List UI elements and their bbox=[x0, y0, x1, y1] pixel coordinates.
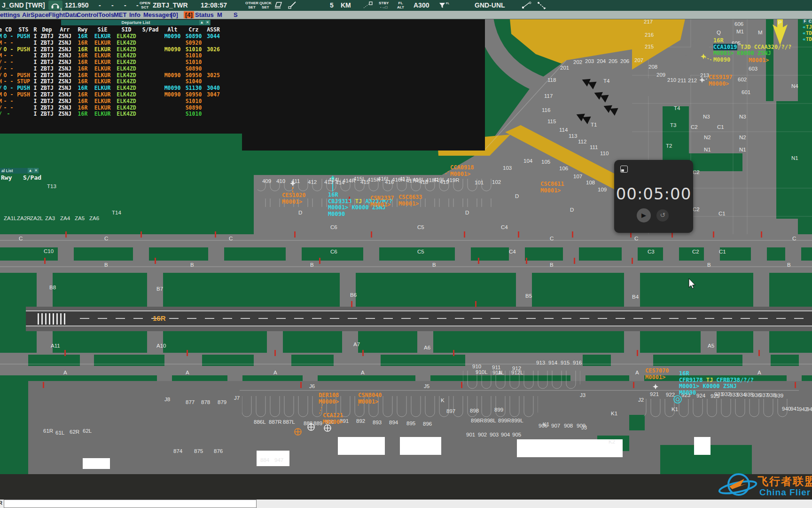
departure-row[interactable]: 8/O -PUSHIZBTJZSNJ16RELKURELK4ZDM0090S11… bbox=[0, 85, 223, 91]
departure-list-window[interactable]: Departure List ▲ ✕ eCDSTSRDepArrRwySiESI… bbox=[0, 19, 230, 136]
vector-tool-icon[interactable] bbox=[537, 1, 549, 9]
map-label: A6 bbox=[424, 345, 430, 350]
arrival-list-titlebar[interactable]: al List ▲ ✕ bbox=[0, 168, 39, 174]
aircraft-label[interactable]: CCA0918M0001> bbox=[450, 165, 474, 177]
headset-button[interactable]: 1 bbox=[48, 0, 62, 10]
map-label: B5 bbox=[525, 293, 532, 299]
aircraft-label[interactable]: CES7070M0001> bbox=[645, 368, 669, 381]
cell-sts: PUSH bbox=[15, 33, 32, 40]
aircraft-label[interactable]: DER108M0000> bbox=[319, 392, 339, 405]
close-icon[interactable]: ✕ bbox=[205, 20, 210, 25]
aircraft-label-segment: CSC8633 bbox=[398, 194, 422, 200]
departure-row[interactable]: 1/- -IZBTJZSNJ16RELKURELK4ZDS0890 bbox=[0, 65, 223, 72]
menu-item-Info[interactable]: Info bbox=[129, 11, 141, 18]
map-label: 107 bbox=[573, 174, 582, 179]
range-value[interactable]: 5 bbox=[330, 1, 334, 9]
fca-row[interactable]: «TDT bbox=[803, 30, 812, 36]
aircraft-label[interactable]: CSN2337M0001> bbox=[370, 195, 394, 208]
pencil-icon[interactable] bbox=[288, 1, 298, 9]
cell-r: I bbox=[32, 91, 39, 98]
departure-row[interactable]: MO -PUSHIZBTJZSNJ16RELKURELK4ZDM0090S095… bbox=[0, 91, 223, 98]
departure-row[interactable]: M- -IZBTJZSNJ16RELKURELK4ZDS1010 bbox=[0, 98, 223, 104]
pip-icon[interactable] bbox=[620, 166, 628, 173]
aircraft-label[interactable]: CSN8040M0001> bbox=[358, 392, 382, 405]
freq-slot-1[interactable]: - bbox=[99, 1, 101, 9]
close-icon[interactable]: ✕ bbox=[33, 168, 39, 173]
cell-dep: ZBTJ bbox=[39, 91, 55, 98]
command-input[interactable] bbox=[4, 500, 257, 508]
menu-item-Status[interactable]: Status bbox=[195, 11, 214, 18]
menu-item-ControlTools[interactable]: ControlTools bbox=[77, 11, 114, 18]
departure-list-header: eCDSTSRDepArrRwySiESIDS/PadAltCrzASSR bbox=[0, 26, 223, 33]
aircraft-label[interactable]: 16RCFR9178 TJ CFRB738/?/?M0001> K0000 ZS… bbox=[679, 371, 754, 396]
altitude-filter-icon[interactable]: FL bbox=[438, 1, 452, 9]
cell-r: I bbox=[32, 52, 39, 59]
cell-rwy: 16R bbox=[74, 40, 91, 46]
cell-crz: S1130 bbox=[183, 85, 204, 91]
aircraft-label[interactable]: CES9197M0000> bbox=[709, 74, 733, 87]
measure-icon[interactable] bbox=[363, 1, 374, 9]
cell-arr: ZSNJ bbox=[55, 85, 74, 91]
departure-row[interactable]: 0/O -PUSHIZBTJZSNJ16RELKURELK4ZDM0090S10… bbox=[0, 46, 223, 53]
departure-row[interactable]: M- -IZBTJZSNJ16RELKURELK4ZDS0920 bbox=[0, 40, 223, 46]
quick-set-button[interactable]: QUICKSET bbox=[259, 1, 272, 9]
departure-row[interactable]: 1/O -PUSHIZBTJZSNJ16RELKURELK4ZDM0090S09… bbox=[0, 72, 223, 79]
menu-item-FlightData[interactable]: FlightData bbox=[48, 11, 78, 18]
map-label: C1 bbox=[717, 124, 724, 130]
aircraft-label[interactable]: CES1020M0001> bbox=[282, 192, 306, 205]
map-label: K bbox=[441, 397, 445, 403]
route-tool-icon[interactable] bbox=[522, 1, 534, 9]
open-sct-button[interactable]: OPENSCT bbox=[140, 1, 150, 9]
timer-reset-button[interactable]: ↺ bbox=[656, 209, 669, 222]
cell-sie: ELKUR bbox=[91, 85, 114, 91]
map-label: 419R bbox=[446, 177, 460, 183]
fl-alt-button[interactable]: FLALT bbox=[397, 1, 404, 9]
aircraft-type-filter[interactable]: A300 bbox=[414, 1, 429, 9]
fca-row[interactable]: «TDD bbox=[803, 36, 812, 42]
departure-list-titlebar[interactable]: Departure List ▲ ✕ bbox=[61, 20, 211, 25]
menu-item-MET[interactable]: MET bbox=[114, 11, 126, 18]
aircraft-label[interactable]: CSC8633M0001> bbox=[398, 194, 422, 207]
cell-dep: ZBTJ bbox=[39, 111, 55, 117]
menu-item-4[interactable]: [4] bbox=[184, 11, 194, 18]
menu-item-0[interactable]: [0] bbox=[171, 11, 178, 18]
menu-item-Messages[interactable]: Messages bbox=[143, 11, 172, 18]
freq-slot-4[interactable]: - bbox=[136, 1, 139, 9]
minimize-icon[interactable]: ▲ bbox=[199, 20, 204, 25]
departure-row[interactable]: MO -PUSHIZBTJZSNJ16RELKURELK4ZDM0090S089… bbox=[0, 33, 223, 40]
menu-item-S[interactable]: S bbox=[234, 11, 238, 18]
stby-filter-button[interactable]: STBY·→□ bbox=[379, 1, 389, 9]
eraser-icon[interactable] bbox=[274, 1, 284, 9]
map-label: T4 bbox=[674, 105, 680, 111]
cell-arr: ZSNJ bbox=[55, 33, 74, 40]
map-label: 411 bbox=[291, 178, 300, 184]
departure-row[interactable]: 1/- -IZBTJZSNJ16RELKURELK4ZDS1010 bbox=[0, 59, 223, 65]
column-header: Crz bbox=[183, 26, 204, 33]
departure-row[interactable]: H- -STUPIZBTJZSNJ16RELKURELK4ZDS1040 bbox=[0, 79, 223, 85]
menu-bar: ettingsAirSpaceFlightDataControlToolsMET… bbox=[0, 11, 812, 19]
fca-row[interactable]: «TJ bbox=[803, 24, 812, 30]
cell-cd: - - bbox=[2, 40, 15, 46]
departure-row[interactable]: 8/- -IZBTJZSNJ16RELKURELK4ZDS0890 bbox=[0, 104, 223, 111]
other-set-button[interactable]: OTHERSET bbox=[245, 1, 258, 9]
departure-row[interactable]: M- -IZBTJZSNJ16RELKURELK4ZDS1010 bbox=[0, 52, 223, 59]
menu-item-AirSpace[interactable]: AirSpace bbox=[22, 11, 48, 18]
frequency-value[interactable]: 121.950 bbox=[65, 1, 89, 9]
aircraft-label[interactable]: CSC8611M0001> bbox=[540, 181, 564, 194]
menu-item-M[interactable]: M bbox=[217, 11, 222, 18]
station-label: J_GND [TWR] bbox=[2, 1, 45, 9]
menu-item-ettings[interactable]: ettings bbox=[0, 11, 20, 18]
aircraft-label-segment: M0001> K0000 ZSNJ bbox=[679, 383, 737, 389]
freq-slot-3[interactable]: - bbox=[124, 1, 126, 9]
aircraft-label[interactable]: M0001> bbox=[749, 57, 769, 64]
active-station[interactable]: ZBTJ_TWR bbox=[153, 1, 188, 9]
mode-label[interactable]: GND-UNL bbox=[475, 1, 505, 9]
timer-play-button[interactable]: ▶ bbox=[637, 208, 651, 222]
minimize-icon[interactable]: ▲ bbox=[28, 168, 33, 173]
timer-panel[interactable]: 00:05:00 ▶ ↺ bbox=[614, 160, 693, 233]
map-label: 899 bbox=[494, 407, 503, 413]
aircraft-label[interactable]: CCA121M0000> bbox=[323, 413, 343, 425]
freq-slot-2[interactable]: - bbox=[111, 1, 114, 9]
range-unit[interactable]: KM bbox=[341, 1, 351, 9]
departure-row[interactable]: 0/-IZBTJZSNJ16RELKURELK4ZDS1010 bbox=[0, 111, 223, 118]
